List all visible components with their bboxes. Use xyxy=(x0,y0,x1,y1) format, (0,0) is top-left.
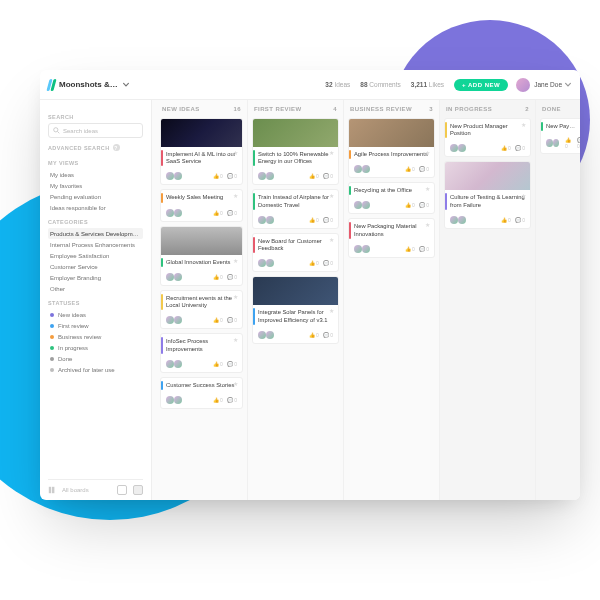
sidebar-status-item[interactable]: Business review xyxy=(48,331,143,342)
comment-icon[interactable]: 💬 0 xyxy=(227,397,237,403)
star-icon[interactable]: ★ xyxy=(425,150,430,158)
comment-icon[interactable]: 💬 0 xyxy=(419,166,429,172)
star-icon[interactable]: ★ xyxy=(233,381,238,389)
thumbs-up-icon[interactable]: 👍 0 xyxy=(309,217,319,223)
idea-card[interactable]: ★New Product Manager Position 👍 0💬 0 xyxy=(444,118,531,157)
assignee-avatar[interactable] xyxy=(174,316,182,324)
assignee-avatar[interactable] xyxy=(546,139,553,147)
idea-card[interactable]: ★Implement AI & ML into our SaaS Service… xyxy=(160,118,243,185)
star-icon[interactable]: ★ xyxy=(233,193,238,201)
comment-icon[interactable]: 💬 0 xyxy=(577,137,580,149)
idea-card[interactable]: ★Recruitment events at the Local Univers… xyxy=(160,290,243,329)
view-toggle-list[interactable] xyxy=(117,485,127,495)
assignee-avatar[interactable] xyxy=(174,396,182,404)
comment-icon[interactable]: 💬 0 xyxy=(227,317,237,323)
star-icon[interactable]: ★ xyxy=(233,294,238,302)
sidebar-status-item[interactable]: New ideas xyxy=(48,309,143,320)
star-icon[interactable]: ★ xyxy=(329,237,334,245)
star-icon[interactable]: ★ xyxy=(521,122,526,130)
thumbs-up-icon[interactable]: 👍 0 xyxy=(213,274,223,280)
comment-icon[interactable]: 💬 0 xyxy=(227,210,237,216)
user-name[interactable]: Jane Doe xyxy=(534,81,562,88)
boards-icon[interactable] xyxy=(48,486,56,494)
thumbs-up-icon[interactable]: 👍 0 xyxy=(213,210,223,216)
sidebar-status-item[interactable]: Done xyxy=(48,353,143,364)
thumbs-up-icon[interactable]: 👍 0 xyxy=(501,217,511,223)
comment-icon[interactable]: 💬 0 xyxy=(227,361,237,367)
assignee-avatar[interactable] xyxy=(450,216,458,224)
assignee-avatar[interactable] xyxy=(166,316,174,324)
comment-icon[interactable]: 💬 0 xyxy=(419,202,429,208)
idea-card[interactable]: ★New Pay… 👍 0💬 0 xyxy=(540,118,580,154)
thumbs-up-icon[interactable]: 👍 0 xyxy=(405,166,415,172)
sidebar-item[interactable]: Employer Branding xyxy=(48,272,143,283)
assignee-avatar[interactable] xyxy=(174,209,182,217)
sidebar-item[interactable]: Pending evaluation xyxy=(48,191,143,202)
idea-card[interactable]: ★Switch to 100% Renewable Energy in our … xyxy=(252,118,339,185)
idea-card[interactable]: ★New Board for Customer Feedback 👍 0💬 0 xyxy=(252,233,339,272)
idea-card[interactable]: ★InfoSec Process Improvements 👍 0💬 0 xyxy=(160,333,243,372)
assignee-avatar[interactable] xyxy=(266,259,274,267)
thumbs-up-icon[interactable]: 👍 0 xyxy=(501,145,511,151)
assignee-avatar[interactable] xyxy=(174,172,182,180)
sidebar-item[interactable]: Internal Process Enhancements xyxy=(48,239,143,250)
comment-icon[interactable]: 💬 0 xyxy=(419,246,429,252)
star-icon[interactable]: ★ xyxy=(425,186,430,194)
assignee-avatar[interactable] xyxy=(458,216,466,224)
star-icon[interactable]: ★ xyxy=(521,193,526,201)
star-icon[interactable]: ★ xyxy=(329,308,334,316)
assignee-avatar[interactable] xyxy=(166,360,174,368)
assignee-avatar[interactable] xyxy=(450,144,458,152)
assignee-avatar[interactable] xyxy=(258,331,266,339)
sidebar-status-item[interactable]: First review xyxy=(48,320,143,331)
assignee-avatar[interactable] xyxy=(258,172,266,180)
comment-icon[interactable]: 💬 0 xyxy=(323,260,333,266)
sidebar-item[interactable]: Other xyxy=(48,283,143,294)
idea-card[interactable]: ★Global Innovation Events 👍 0💬 0 xyxy=(160,226,243,286)
view-toggle-board[interactable] xyxy=(133,485,143,495)
idea-card[interactable]: ★Weekly Sales Meeting 👍 0💬 0 xyxy=(160,189,243,221)
user-avatar[interactable] xyxy=(516,78,530,92)
sidebar-item[interactable]: My favorites xyxy=(48,180,143,191)
comment-icon[interactable]: 💬 0 xyxy=(227,173,237,179)
idea-card[interactable]: ★Culture of Testing & Learning from Fail… xyxy=(444,161,531,228)
sidebar-item[interactable]: Customer Service xyxy=(48,261,143,272)
star-icon[interactable]: ★ xyxy=(329,150,334,158)
assignee-avatar[interactable] xyxy=(354,165,362,173)
thumbs-up-icon[interactable]: 👍 0 xyxy=(213,361,223,367)
comment-icon[interactable]: 💬 0 xyxy=(323,332,333,338)
idea-card[interactable]: ★Customer Success Stories 👍 0💬 0 xyxy=(160,377,243,409)
idea-card[interactable]: ★Agile Process Improvements 👍 0💬 0 xyxy=(348,118,435,178)
idea-card[interactable]: ★Recycling at the Office 👍 0💬 0 xyxy=(348,182,435,214)
assignee-avatar[interactable] xyxy=(166,172,174,180)
star-icon[interactable]: ★ xyxy=(233,258,238,266)
sidebar-item[interactable]: My ideas xyxy=(48,169,143,180)
assignee-avatar[interactable] xyxy=(354,245,362,253)
star-icon[interactable]: ★ xyxy=(425,222,430,230)
assignee-avatar[interactable] xyxy=(458,144,466,152)
assignee-avatar[interactable] xyxy=(166,209,174,217)
sidebar-status-item[interactable]: In progress xyxy=(48,342,143,353)
thumbs-up-icon[interactable]: 👍 0 xyxy=(565,137,573,149)
comment-icon[interactable]: 💬 0 xyxy=(323,173,333,179)
assignee-avatar[interactable] xyxy=(362,165,370,173)
assignee-avatar[interactable] xyxy=(362,245,370,253)
comment-icon[interactable]: 💬 0 xyxy=(323,217,333,223)
thumbs-up-icon[interactable]: 👍 0 xyxy=(213,173,223,179)
assignee-avatar[interactable] xyxy=(258,259,266,267)
assignee-avatar[interactable] xyxy=(258,216,266,224)
assignee-avatar[interactable] xyxy=(266,331,274,339)
add-new-button[interactable]: + ADD NEW xyxy=(454,79,508,91)
thumbs-up-icon[interactable]: 👍 0 xyxy=(213,397,223,403)
thumbs-up-icon[interactable]: 👍 0 xyxy=(309,173,319,179)
thumbs-up-icon[interactable]: 👍 0 xyxy=(405,246,415,252)
comment-icon[interactable]: 💬 0 xyxy=(515,145,525,151)
thumbs-up-icon[interactable]: 👍 0 xyxy=(309,332,319,338)
comment-icon[interactable]: 💬 0 xyxy=(227,274,237,280)
idea-card[interactable]: ★Integrate Solar Panels for Improved Eff… xyxy=(252,276,339,343)
assignee-avatar[interactable] xyxy=(166,396,174,404)
idea-card[interactable]: ★Train Instead of Airplane for Domestic … xyxy=(252,189,339,228)
assignee-avatar[interactable] xyxy=(166,273,174,281)
advanced-search-link[interactable]: ADVANCED SEARCH ? xyxy=(48,144,143,151)
thumbs-up-icon[interactable]: 👍 0 xyxy=(405,202,415,208)
